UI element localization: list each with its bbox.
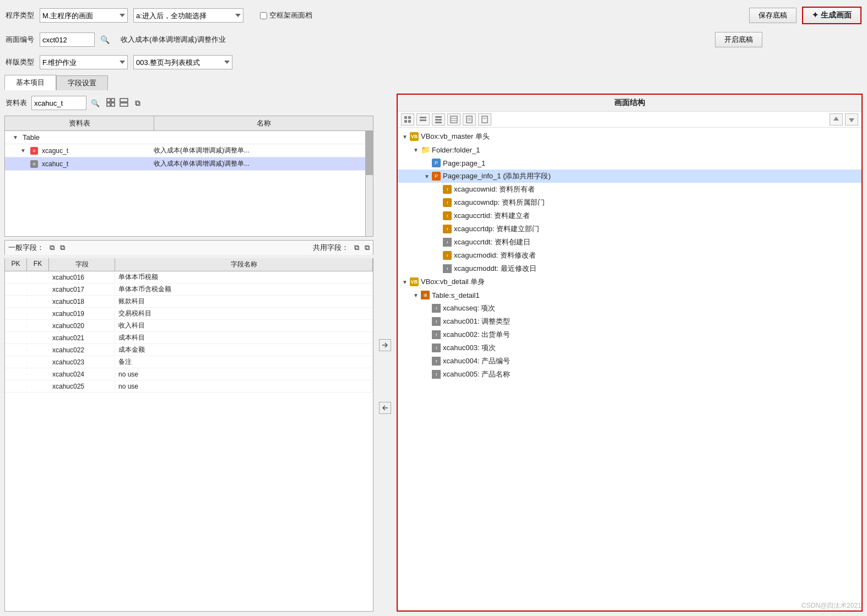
shared-copy-icon-1[interactable]: ⧉ xyxy=(354,243,359,252)
tab-basic[interactable]: 基本项目 xyxy=(4,75,56,90)
transfer-button[interactable] xyxy=(379,339,391,351)
svg-rect-4 xyxy=(120,99,128,102)
field-pk xyxy=(5,313,27,315)
vbox-icon: VB xyxy=(410,132,419,141)
struct-node[interactable]: ▼ P Page:page_info_1 (添加共用字段) xyxy=(398,170,861,183)
struct-node[interactable]: ▶ P Page:page_1 xyxy=(398,156,861,170)
fields-row[interactable]: xcahuc023 备注 xyxy=(5,356,373,368)
struct-label: xcahuc001: 调整类型 xyxy=(443,317,510,326)
struct-node[interactable]: f xcahuc002: 出货单号 xyxy=(398,328,861,341)
svg-rect-1 xyxy=(111,99,115,102)
struct-node[interactable]: f xcahucseq: 项次 xyxy=(398,302,861,315)
struct-node[interactable]: f xcahuc003: 项次 xyxy=(398,341,861,355)
struct-node[interactable]: f xcahuc004: 产品编号 xyxy=(398,355,861,368)
struct-node[interactable]: f xcagucownid: 资料所有者 xyxy=(398,183,861,196)
copy-icon[interactable]: ⧉ xyxy=(135,99,140,108)
struct-icon-6[interactable] xyxy=(478,113,491,126)
struct-label: VBox:vb_master 单头 xyxy=(421,132,490,141)
mode-select[interactable]: a:进入后，全功能选择 xyxy=(133,8,243,23)
fields-row[interactable]: xcahuc020 收入科目 xyxy=(5,320,373,332)
struct-node[interactable]: f xcagucmodid: 资料修改者 xyxy=(398,249,861,262)
expand-arrow[interactable]: ▼ xyxy=(413,147,421,153)
tree-scrollbar[interactable] xyxy=(365,131,373,236)
field-id: xcahuc023 xyxy=(49,357,115,367)
struct-label: xcahuc005: 产品名称 xyxy=(443,369,510,379)
struct-node[interactable]: ▼ ⊞ Table:s_detail1 xyxy=(398,288,861,302)
empty-frame-checkbox[interactable] xyxy=(260,12,267,19)
field-pk xyxy=(5,301,27,303)
shared-copy-icon-2[interactable]: ⧉ xyxy=(365,243,370,252)
screen-desc: 收入成本(单体调增调减)调整作业 xyxy=(121,35,226,45)
fields-row[interactable]: xcahuc024 no use xyxy=(5,368,373,380)
svg-rect-10 xyxy=(420,117,426,118)
general-copy-icon-2[interactable]: ⧉ xyxy=(60,243,65,252)
svg-rect-18 xyxy=(467,116,472,123)
tree-label-xcaguc: xcaguc_t xyxy=(42,147,68,155)
field-fk xyxy=(27,288,49,291)
tree-row-table[interactable]: ▼ Table xyxy=(5,131,365,144)
template-type-select[interactable]: F.维护作业 xyxy=(40,55,128,69)
struct-node[interactable]: f xcaguccrtdt: 资料创建日 xyxy=(398,236,861,249)
fields-row[interactable]: xcahuc017 单体本币含税金额 xyxy=(5,284,373,296)
tree-label-xcahuc: xcahuc_t xyxy=(42,160,68,168)
struct-label: xcagucownid: 资料所有者 xyxy=(454,184,535,194)
struct-node[interactable]: f xcaguccrtdp: 资料建立部门 xyxy=(398,222,861,236)
fields-row[interactable]: xcahuc021 成本科目 xyxy=(5,332,373,344)
expand-xcaguc[interactable]: ▼ xyxy=(20,148,28,154)
struct-node[interactable]: ▼ VB VBox:vb_detail 单身 xyxy=(398,275,861,288)
struct-label: Page:page_1 xyxy=(443,159,485,167)
fields-row[interactable]: xcahuc019 交易税科目 xyxy=(5,308,373,320)
save-draft-button[interactable]: 保存底稿 xyxy=(749,8,796,23)
struct-node[interactable]: f xcagucowndp: 资料所属部门 xyxy=(398,196,861,209)
field-id: xcahuc022 xyxy=(49,345,115,355)
expand-arrow[interactable]: ▼ xyxy=(402,134,410,140)
tree-row-xcaguc[interactable]: ▼ ≡ xcaguc_t 收入成本(单体调增调减)调整单... xyxy=(5,144,365,157)
fields-row[interactable]: xcahuc025 no use xyxy=(5,380,373,393)
struct-down-button[interactable] xyxy=(845,113,858,126)
grid-icon-1[interactable] xyxy=(106,98,115,108)
struct-label: Folder:folder_1 xyxy=(432,146,480,154)
fields-row[interactable]: xcahuc016 单体本币税额 xyxy=(5,271,373,284)
field-id: xcahuc025 xyxy=(49,381,115,391)
struct-node[interactable]: f xcahuc001: 调整类型 xyxy=(398,315,861,328)
struct-icon-2[interactable] xyxy=(416,113,430,126)
grid-icon-2[interactable] xyxy=(120,98,128,108)
struct-icon-4[interactable] xyxy=(447,113,460,126)
general-copy-icon-1[interactable]: ⧉ xyxy=(50,243,55,252)
datatable-input[interactable] xyxy=(31,96,86,110)
struct-node[interactable]: ▼ 📁 Folder:folder_1 xyxy=(398,143,861,156)
middle-controls xyxy=(377,94,393,612)
program-type-select[interactable]: M.主程序的画面 xyxy=(40,8,128,23)
fields-row[interactable]: xcahuc022 成本金额 xyxy=(5,344,373,356)
struct-icon-3[interactable] xyxy=(432,113,445,126)
struct-icon-1[interactable] xyxy=(401,113,414,126)
enable-draft-button[interactable]: 开启底稿 xyxy=(715,32,762,47)
generate-button[interactable]: ✦ 生成画面 xyxy=(802,7,861,24)
back-button[interactable] xyxy=(379,402,391,414)
expand-arrow[interactable]: ▼ xyxy=(413,292,421,298)
datatable-search-icon[interactable]: 🔍 xyxy=(91,99,100,107)
tree-value-xcahuc: 收入成本(单体调增调减)调整单... xyxy=(150,158,365,170)
svg-rect-2 xyxy=(107,103,110,106)
struct-node[interactable]: f xcahuc005: 产品名称 xyxy=(398,368,861,381)
field-yellow-icon: f xyxy=(443,251,452,260)
expand-table[interactable]: ▼ xyxy=(13,134,20,140)
struct-node[interactable]: f xcaguccrtid: 资料建立者 xyxy=(398,209,861,222)
search-icon[interactable]: 🔍 xyxy=(100,35,110,44)
struct-up-button[interactable] xyxy=(830,113,843,126)
field-name: 成本金额 xyxy=(115,344,373,356)
field-pk xyxy=(5,276,27,279)
struct-icon-5[interactable] xyxy=(463,113,476,126)
struct-node[interactable]: f xcagucmoddt: 最近修改日 xyxy=(398,262,861,275)
tab-field-settings[interactable]: 字段设置 xyxy=(56,75,108,90)
expand-arrow[interactable]: ▼ xyxy=(402,279,410,285)
layout-select[interactable]: 003.整页与列表模式 xyxy=(133,55,232,69)
field-yellow-icon: f xyxy=(443,225,452,233)
screen-number-input[interactable] xyxy=(40,32,95,47)
field-fk xyxy=(27,373,49,375)
fields-row[interactable]: xcahuc018 账款科目 xyxy=(5,296,373,308)
tree-label-table: Table xyxy=(23,133,40,141)
expand-arrow[interactable]: ▼ xyxy=(424,173,432,179)
struct-node[interactable]: ▼ VB VBox:vb_master 单头 xyxy=(398,130,861,143)
tree-row-xcahuc[interactable]: ≡ xcahuc_t 收入成本(单体调增调减)调整单... xyxy=(5,157,365,171)
